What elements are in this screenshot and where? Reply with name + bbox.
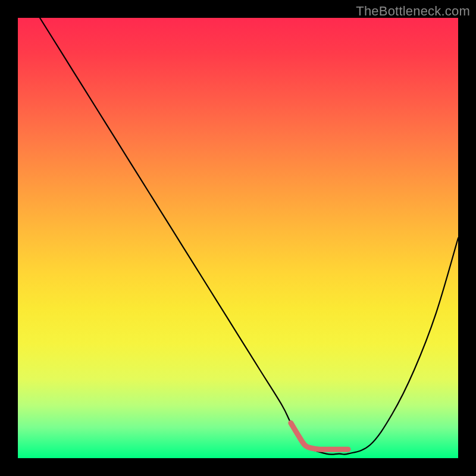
optimal-range-marker <box>291 423 348 450</box>
plot-area <box>18 18 458 458</box>
curve-svg <box>18 18 458 458</box>
watermark-text: TheBottleneck.com <box>356 4 470 19</box>
main-curve <box>40 18 458 455</box>
chart-container: TheBottleneck.com <box>0 0 476 476</box>
